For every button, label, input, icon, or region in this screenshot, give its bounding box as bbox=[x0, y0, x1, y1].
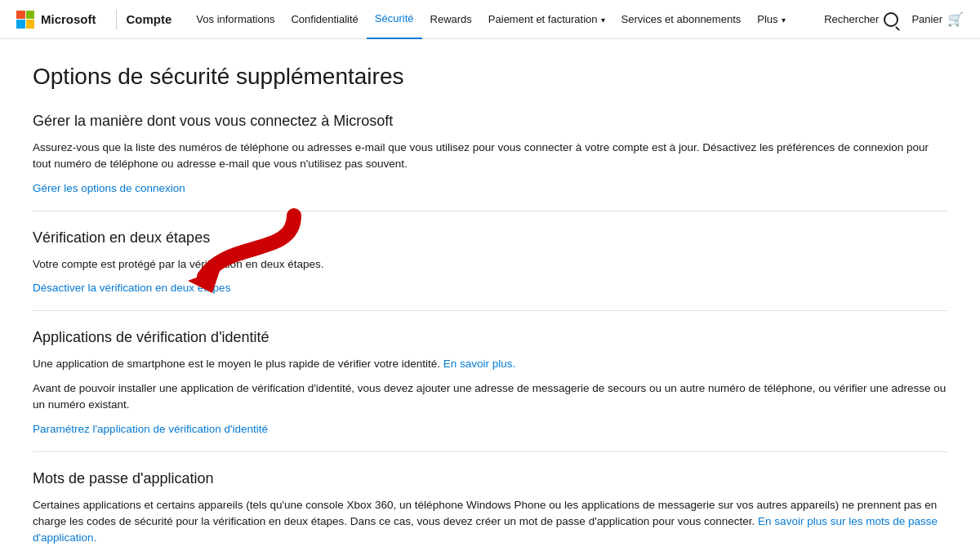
section-mots-de-passe-desc: Certaines applications et certains appar… bbox=[33, 497, 947, 547]
section-applications: Applications de vérification d'identité … bbox=[33, 310, 947, 451]
section-connexion-link[interactable]: Gérer les options de connexion bbox=[33, 182, 185, 194]
cart-button[interactable]: Panier 🛒 bbox=[911, 11, 964, 27]
page-title: Options de sécurité supplémentaires bbox=[33, 64, 947, 90]
section-connexion: Gérer la manière dont vous vous connecte… bbox=[33, 113, 947, 211]
cart-icon: 🛒 bbox=[947, 11, 964, 27]
section-verification-desc: Votre compte est protégé par la vérifica… bbox=[33, 256, 947, 273]
section-applications-desc1: Une application de smartphone est le moy… bbox=[33, 356, 947, 372]
search-button[interactable]: Rechercher bbox=[824, 12, 898, 27]
nav-rewards[interactable]: Rewards bbox=[422, 0, 480, 39]
section-applications-learn-more[interactable]: En savoir plus. bbox=[443, 358, 516, 370]
ms-logo-grid bbox=[16, 11, 34, 29]
section-connexion-title: Gérer la manière dont vous vous connecte… bbox=[33, 113, 947, 130]
microsoft-logo[interactable]: Microsoft bbox=[16, 11, 96, 29]
cart-label: Panier bbox=[911, 13, 942, 25]
main-header: Microsoft Compte Vos informations Confid… bbox=[0, 0, 980, 39]
nav-vos-informations[interactable]: Vos informations bbox=[188, 0, 283, 39]
section-applications-link[interactable]: Paramétrez l'application de vérification… bbox=[33, 423, 268, 435]
nav-securite[interactable]: Sécurité bbox=[367, 0, 422, 39]
section-mots-de-passe-title: Mots de passe d'application bbox=[33, 470, 947, 487]
header-right: Rechercher Panier 🛒 bbox=[824, 11, 964, 27]
header-divider bbox=[116, 10, 117, 29]
search-label: Rechercher bbox=[824, 13, 879, 25]
nav-plus[interactable]: Plus ▾ bbox=[749, 0, 793, 39]
section-applications-title: Applications de vérification d'identité bbox=[33, 329, 947, 346]
search-icon bbox=[884, 12, 898, 27]
main-nav: Vos informations Confidentialité Sécurit… bbox=[188, 0, 824, 39]
main-content: Options de sécurité supplémentaires Gére… bbox=[16, 39, 964, 551]
nav-confidentialite[interactable]: Confidentialité bbox=[283, 0, 366, 39]
nav-services-abonnements[interactable]: Services et abonnements bbox=[613, 0, 750, 39]
section-mots-de-passe: Mots de passe d'application Certaines ap… bbox=[33, 451, 947, 552]
nav-paiement-facturation[interactable]: Paiement et facturation ▾ bbox=[480, 0, 613, 39]
section-connexion-desc: Assurez-vous que la liste des numéros de… bbox=[33, 140, 947, 173]
chevron-down-icon: ▾ bbox=[601, 16, 605, 24]
microsoft-wordmark: Microsoft bbox=[41, 12, 96, 26]
section-verification: Vérification en deux étapes Votre compte… bbox=[33, 211, 947, 310]
section-verification-title: Vérification en deux étapes bbox=[33, 229, 947, 247]
account-brand[interactable]: Compte bbox=[127, 12, 172, 26]
section-applications-desc2: Avant de pouvoir installer une applicati… bbox=[33, 380, 947, 414]
section-verification-link[interactable]: Désactiver la vérification en deux étape… bbox=[33, 282, 230, 294]
chevron-down-icon-plus: ▾ bbox=[782, 16, 786, 24]
arrow-container: Désactiver la vérification en deux étape… bbox=[33, 281, 230, 294]
